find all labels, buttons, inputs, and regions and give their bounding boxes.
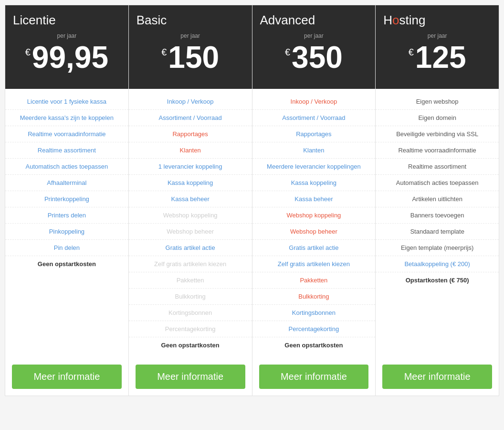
title-licentie: Licentie [13, 13, 56, 28]
feature-item: Kassa beheer [252, 191, 376, 207]
feature-item: Eigen domein [376, 110, 499, 126]
feature-item: Webshop koppeling [129, 207, 252, 224]
feature-item: Kassa beheer [129, 191, 252, 207]
features-list: Inkoop / VerkoopAssortiment / VoorraadRa… [129, 89, 252, 358]
feature-item: Klanten [252, 142, 376, 159]
feature-item: Rapportages [129, 126, 252, 142]
euro-sign: € [25, 47, 31, 58]
feature-item: Webshop koppeling [252, 207, 376, 224]
per-jaar-label: per jaar [428, 32, 447, 39]
per-jaar-label: per jaar [57, 32, 77, 39]
feature-item: Printerkoppeling [5, 191, 128, 207]
price-row: €125 [409, 42, 466, 73]
features-list: Inkoop / VerkoopAssortiment / VoorraadRa… [252, 89, 376, 358]
feature-item: Zelf gratis artikelen kiezen [252, 256, 376, 272]
feature-item: 1 leverancier koppeling [129, 159, 252, 175]
feature-item: Pakketten [252, 272, 376, 289]
feature-item: Meerdere kassa's zijn te koppelen [5, 110, 128, 126]
meer-informatie-button-hosting[interactable]: Meer informatie [382, 365, 492, 389]
feature-item: Webshop beheer [252, 224, 376, 240]
feature-item: Geen opstartkosten [252, 337, 376, 353]
feature-item: Kortingsbonnen [252, 305, 376, 321]
feature-item: Beveiligde verbinding via SSL [376, 126, 499, 142]
feature-item: Automatisch acties toepassen [376, 175, 499, 191]
feature-item: Opstartkosten (€ 750) [376, 272, 499, 288]
feature-item: Licentie voor 1 fysieke kassa [5, 94, 128, 110]
feature-item: Bulkkorting [252, 289, 376, 305]
feature-item: Kortingsbonnen [129, 305, 252, 321]
euro-sign: € [161, 47, 167, 58]
feature-item: Realtime assortiment [376, 159, 499, 175]
feature-item: Betaalkoppeling (€ 200) [376, 256, 499, 272]
feature-item: Bulkkorting [129, 289, 252, 305]
feature-item: Kassa koppeling [252, 175, 376, 191]
pricing-col-advanced: Advancedper jaar€350Inkoop / VerkoopAsso… [252, 5, 376, 396]
per-jaar-label: per jaar [180, 32, 200, 39]
feature-item: Pin delen [5, 240, 128, 256]
header-basic: Basicper jaar€150 [129, 5, 252, 89]
feature-item: Eigen webshop [376, 94, 499, 110]
title-basic: Basic [136, 13, 167, 28]
feature-item: Percentagekorting [129, 321, 252, 337]
feature-item: Zelf gratis artikelen kiezen [129, 256, 252, 272]
feature-item: Rapportages [252, 126, 376, 142]
feature-item: Klanten [129, 142, 252, 159]
feature-item: Inkoop / Verkoop [129, 94, 252, 110]
feature-item: Gratis artikel actie [129, 240, 252, 256]
feature-item: Eigen template (meerprijs) [376, 240, 499, 256]
header-advanced: Advancedper jaar€350 [252, 5, 376, 89]
pricing-col-basic: Basicper jaar€150Inkoop / VerkoopAssorti… [129, 5, 252, 396]
price-value: 150 [168, 42, 219, 73]
title-advanced: Advanced [260, 13, 315, 28]
feature-item: Automatisch acties toepassen [5, 159, 128, 175]
feature-item: Standaard template [376, 224, 499, 240]
feature-item: Banners toevoegen [376, 207, 499, 224]
pricing-col-hosting: Hostingper jaar€125Eigen webshopEigen do… [376, 5, 499, 396]
features-list: Eigen webshopEigen domeinBeveiligde verb… [376, 89, 499, 358]
feature-item: Webshop beheer [129, 224, 252, 240]
feature-item: Assortiment / Voorraad [252, 110, 376, 126]
feature-item: Meerdere leverancier koppelingen [252, 159, 376, 175]
euro-sign: € [409, 47, 414, 58]
feature-item: Printers delen [5, 207, 128, 224]
meer-informatie-button-advanced[interactable]: Meer informatie [259, 365, 369, 389]
price-value: 125 [415, 42, 466, 73]
meer-informatie-button-basic[interactable]: Meer informatie [136, 365, 245, 389]
header-hosting: Hostingper jaar€125 [376, 5, 499, 89]
feature-item: Artikelen uitlichten [376, 191, 499, 207]
euro-sign: € [285, 47, 290, 58]
feature-item: Afhaalterminal [5, 175, 128, 191]
feature-item: Inkoop / Verkoop [252, 94, 376, 110]
feature-item: Percentagekorting [252, 321, 376, 337]
per-jaar-label: per jaar [304, 32, 324, 39]
price-row: €99,95 [25, 42, 108, 73]
feature-item: Pinkoppeling [5, 224, 128, 240]
feature-item: Assortiment / Voorraad [129, 110, 252, 126]
feature-item: Realtime voorraadinformatie [5, 126, 128, 142]
title-hosting: Hosting [383, 13, 425, 28]
feature-item: Geen opstartkosten [5, 256, 128, 272]
price-value: 99,95 [32, 42, 108, 73]
feature-item: Realtime assortiment [5, 142, 128, 159]
feature-item: Realtime voorraadinformatie [376, 142, 499, 159]
price-value: 350 [292, 42, 343, 73]
feature-item: Gratis artikel actie [252, 240, 376, 256]
pricing-grid: Licentieper jaar€99,95Licentie voor 1 fy… [5, 5, 499, 396]
meer-informatie-button-licentie[interactable]: Meer informatie [12, 365, 122, 389]
pricing-col-licentie: Licentieper jaar€99,95Licentie voor 1 fy… [5, 5, 129, 396]
header-licentie: Licentieper jaar€99,95 [5, 5, 128, 89]
price-row: €350 [285, 42, 343, 73]
price-row: €150 [161, 42, 219, 73]
feature-item: Pakketten [129, 272, 252, 289]
features-list: Licentie voor 1 fysieke kassaMeerdere ka… [5, 89, 128, 358]
feature-item: Geen opstartkosten [129, 337, 252, 353]
feature-item: Kassa koppeling [129, 175, 252, 191]
